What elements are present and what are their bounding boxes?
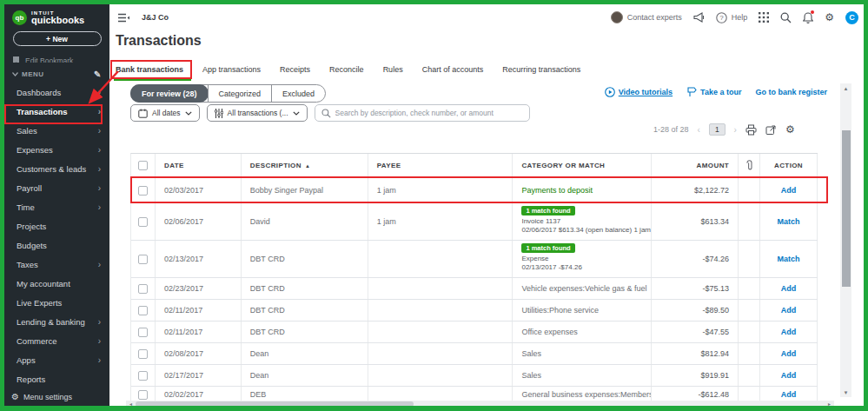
scroll-down-icon[interactable]: ▼ <box>840 388 851 397</box>
match-found-badge: 1 match found <box>521 206 574 215</box>
row-action-add[interactable]: Add <box>760 343 818 364</box>
sort-asc-icon: ▲ <box>305 163 310 169</box>
row-checkbox[interactable] <box>138 371 148 381</box>
sidebar-item-reports[interactable]: Reports <box>4 369 109 388</box>
edit-bookmark-item[interactable]: Edit Bookmark <box>4 46 109 63</box>
scroll-right-icon[interactable]: ► <box>825 401 834 407</box>
horizontal-scroll-thumb[interactable] <box>136 401 414 407</box>
sidebar-item-transactions[interactable]: Transactions› <box>4 102 109 121</box>
search-icon[interactable] <box>780 12 792 23</box>
sidebar-menu: Dashboards›Transactions›Sales›Expenses›C… <box>4 83 109 388</box>
transaction-filter-label: All transactions (... <box>228 109 288 117</box>
sidebar-item-my-accountant[interactable]: My accountant <box>4 274 109 293</box>
horizontal-scrollbar[interactable]: ◄ ► <box>126 401 834 408</box>
category-link[interactable]: Payments to deposit <box>521 186 593 195</box>
settings-gear-icon[interactable]: ⚙ <box>825 12 834 23</box>
row-action-add[interactable]: Add <box>760 365 818 386</box>
header-category[interactable]: CATEGORY OR MATCH <box>513 154 652 177</box>
help-button[interactable]: ? Help <box>716 12 748 23</box>
row-action-match[interactable]: Match <box>760 241 818 277</box>
sidebar-item-apps[interactable]: Apps› <box>4 350 109 369</box>
table-settings-gear-icon[interactable]: ⚙ <box>785 124 795 135</box>
row-action-add[interactable]: Add <box>760 178 818 202</box>
row-action-match[interactable]: Match <box>760 203 818 240</box>
apps-grid-icon[interactable] <box>759 12 769 23</box>
scroll-left-icon[interactable]: ◄ <box>126 401 136 407</box>
row-category: Payments to deposit <box>513 178 652 202</box>
sidebar-item-lending-banking[interactable]: Lending & banking› <box>4 312 109 331</box>
tab-chart-of-accounts[interactable]: Chart of accounts <box>422 63 484 76</box>
sidebar-item-budgets[interactable]: Budgets <box>4 235 109 255</box>
row-checkbox[interactable] <box>138 255 148 264</box>
print-icon[interactable] <box>745 124 757 136</box>
export-icon[interactable] <box>765 124 777 136</box>
sidebar-item-live-experts[interactable]: Live Experts <box>4 293 109 312</box>
tab-bank-transactions[interactable]: Bank transactions <box>116 63 183 76</box>
search-input[interactable] <box>335 109 523 117</box>
transaction-filter-dropdown[interactable]: All transactions (... <box>207 104 308 122</box>
row-checkbox[interactable] <box>138 328 148 337</box>
notifications-button[interactable] <box>803 12 813 23</box>
sidebar-item-sales[interactable]: Sales› <box>4 121 109 140</box>
row-checkbox[interactable] <box>138 284 148 294</box>
row-category: Utilities:Phone service <box>513 300 652 321</box>
megaphone-icon[interactable] <box>693 12 705 23</box>
go-to-bank-register-link[interactable]: Go to bank register <box>755 88 827 96</box>
user-avatar[interactable]: C <box>845 11 858 24</box>
tab-receipts[interactable]: Receipts <box>280 63 310 76</box>
row-checkbox[interactable] <box>138 186 148 196</box>
category-text: Sales <box>521 371 541 380</box>
company-name[interactable]: J&J Co <box>142 13 169 22</box>
header-date[interactable]: DATE <box>156 154 242 177</box>
sidebar-item-payroll[interactable]: Payroll› <box>4 178 109 197</box>
tab-recurring-transactions[interactable]: Recurring transactions <box>502 63 580 76</box>
sidebar-item-projects[interactable]: Projects <box>4 216 109 235</box>
subtab-excluded[interactable]: Excluded <box>271 85 325 102</box>
next-page-icon[interactable]: › <box>734 125 737 135</box>
video-tutorials-link[interactable]: Video tutorials <box>605 87 673 97</box>
row-action-add[interactable]: Add <box>760 300 818 321</box>
header-description-label: DESCRIPTION <box>250 162 301 169</box>
row-checkbox[interactable] <box>138 306 148 315</box>
row-checkbox[interactable] <box>138 349 148 359</box>
row-action-add[interactable]: Add <box>760 387 818 401</box>
header-amount[interactable]: AMOUNT <box>652 154 739 177</box>
chevron-down-icon <box>185 111 192 116</box>
header-payee[interactable]: PAYEE <box>368 154 514 177</box>
chevron-right-icon: › <box>98 126 101 136</box>
subtab-for-review-28[interactable]: For review (28) <box>130 84 209 103</box>
row-action-add[interactable]: Add <box>760 322 818 342</box>
tab-reconcile[interactable]: Reconcile <box>329 63 364 76</box>
vertical-scrollbar[interactable]: ▲ ▼ <box>840 83 851 397</box>
subtab-categorized[interactable]: Categorized <box>208 85 272 102</box>
collapse-sidebar-icon[interactable] <box>117 13 129 23</box>
sidebar-item-commerce[interactable]: Commerce› <box>4 331 109 350</box>
take-a-tour-link[interactable]: Take a tour <box>686 87 741 97</box>
date-filter-label: All dates <box>152 109 181 117</box>
prev-page-icon[interactable]: ‹ <box>698 125 700 135</box>
row-checkbox[interactable] <box>138 217 148 227</box>
contact-experts-label: Contact experts <box>627 13 682 22</box>
tab-app-transactions[interactable]: App transactions <box>202 63 261 76</box>
page-number[interactable]: 1 <box>709 123 726 136</box>
vertical-scroll-thumb[interactable] <box>842 130 851 287</box>
menu-settings[interactable]: ⚙ Menu settings <box>11 392 72 401</box>
new-button[interactable]: + New <box>13 31 102 46</box>
sidebar-item-expenses[interactable]: Expenses› <box>4 140 109 159</box>
row-checkbox[interactable] <box>138 390 148 400</box>
scroll-up-icon[interactable]: ▲ <box>840 83 851 93</box>
table-row: 02/23/2017DBT CRDVehicle expenses:Vehicl… <box>131 278 818 300</box>
contact-experts-button[interactable]: Contact experts <box>611 11 682 23</box>
sidebar-item-time[interactable]: Time› <box>4 197 109 216</box>
header-description[interactable]: DESCRIPTION ▲ <box>242 154 368 177</box>
sidebar-item-taxes[interactable]: Taxes› <box>4 255 109 274</box>
row-action-add[interactable]: Add <box>760 278 818 299</box>
select-all-checkbox[interactable] <box>138 161 148 170</box>
sidebar-item-dashboards[interactable]: Dashboards› <box>4 83 109 102</box>
header-action[interactable]: ACTION <box>760 154 818 177</box>
chevron-right-icon: › <box>98 107 101 116</box>
sidebar-item-customers-leads[interactable]: Customers & leads› <box>4 159 109 178</box>
date-filter-dropdown[interactable]: All dates <box>130 104 200 122</box>
pencil-icon[interactable]: ✎ <box>94 70 102 79</box>
tab-rules[interactable]: Rules <box>383 63 403 76</box>
